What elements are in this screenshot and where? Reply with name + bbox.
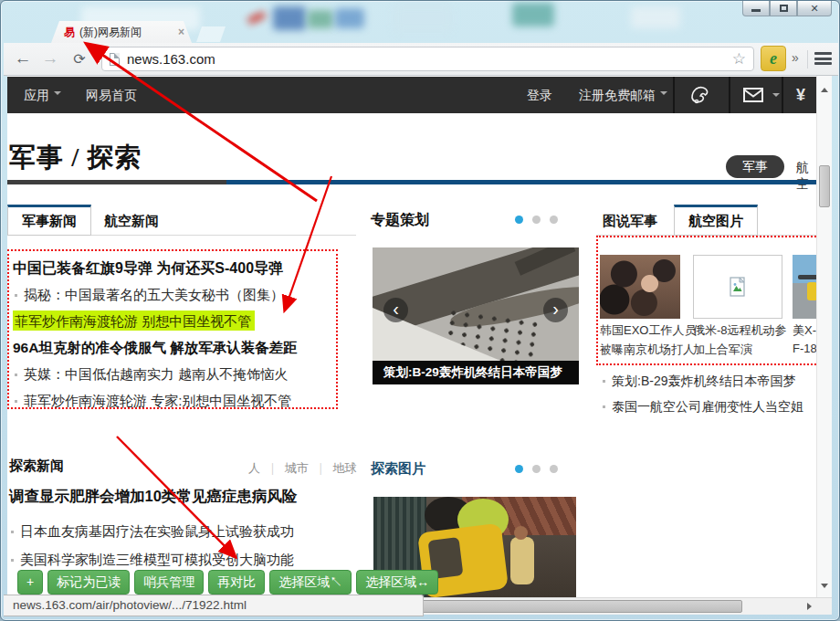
- filter-people[interactable]: 人: [248, 461, 260, 475]
- vertical-scrollbar[interactable]: [816, 76, 832, 597]
- bookmark-star-icon[interactable]: ☆: [732, 49, 746, 68]
- carousel-prev-icon[interactable]: ‹: [383, 298, 408, 322]
- page-viewport: 应用 网易首页 登录 注册免费邮箱: [7, 76, 832, 615]
- desktop-blur-blob: [273, 6, 306, 30]
- close-tab-icon[interactable]: ×: [178, 26, 184, 38]
- news-item[interactable]: 英媒：中国低估越南实力 越南从不掩饰恼火: [13, 361, 334, 387]
- maximize-icon: [780, 5, 788, 12]
- explore-item[interactable]: 美国科学家制造三维模型可模拟受创大脑功能: [9, 552, 294, 569]
- carousel-dot[interactable]: [550, 465, 558, 473]
- back-button[interactable]: ←: [11, 47, 35, 70]
- close-window-button[interactable]: ✕: [797, 1, 832, 16]
- caret-down-icon: [54, 91, 61, 99]
- forward-button[interactable]: →: [38, 47, 62, 70]
- tab-military-news[interactable]: 军事新闻: [7, 205, 91, 236]
- photo-shape: [798, 275, 816, 279]
- plus-button[interactable]: +: [17, 570, 43, 595]
- nav-separator: [673, 77, 675, 113]
- photo-shape: [510, 537, 534, 584]
- tab-underline: [91, 235, 356, 236]
- news-item[interactable]: 揭秘：中国最著名的五大美女秘书（图集）: [13, 281, 334, 308]
- filter-earth[interactable]: 地球: [332, 461, 356, 475]
- explore-item[interactable]: 日本血友病基因疗法在实验鼠身上试验获成功: [9, 523, 294, 541]
- aviation-pill-label[interactable]: 航空: [796, 160, 816, 193]
- yen-icon[interactable]: ¥: [796, 77, 805, 113]
- select-area-h-button[interactable]: 选择区域↔: [356, 570, 438, 595]
- nav-separator: [782, 77, 783, 113]
- address-bar[interactable]: news.163.com ☆: [101, 47, 754, 71]
- news-item[interactable]: 菲军炒作南海渡轮游 专家:别想中国坐视不管: [13, 387, 334, 414]
- explore-headline[interactable]: 调查显示肥胖会增加10类常见癌症患病风险: [9, 487, 297, 507]
- carousel-caption[interactable]: 策划:B-29轰炸机终结日本帝国梦: [373, 361, 579, 384]
- overflow-icon[interactable]: »: [792, 50, 799, 65]
- topics-carousel-image[interactable]: ‹ › 策划:B-29轰炸机终结日本帝国梦: [373, 247, 579, 384]
- news-item[interactable]: 中国已装备红旗9导弹 为何还买S-400导弹: [13, 255, 334, 281]
- netease-favicon-icon: 易: [64, 26, 75, 37]
- photo-caption[interactable]: 美X-4: [793, 322, 816, 339]
- maximize-button[interactable]: [770, 1, 797, 16]
- tab-aviation-news[interactable]: 航空新闻: [104, 213, 159, 230]
- broken-image-icon: [728, 276, 748, 298]
- explore-carousel-dots: [515, 465, 558, 473]
- tab-title: (新)网易新闻: [79, 25, 178, 40]
- carousel-dot[interactable]: [550, 216, 558, 224]
- recompare-button[interactable]: 再对比: [208, 570, 265, 595]
- scroll-down-icon[interactable]: [821, 584, 828, 592]
- extension-icon[interactable]: e: [761, 46, 786, 71]
- document-icon: [110, 53, 120, 66]
- news-item-highlighted[interactable]: 菲军炒作南海渡轮游 别想中国坐视不管: [13, 308, 334, 334]
- netease-logo-icon[interactable]: [689, 84, 713, 106]
- minimize-button[interactable]: [742, 1, 770, 16]
- carousel-dot-active[interactable]: [515, 465, 523, 473]
- caret-down-icon: [772, 93, 780, 100]
- header-divider-blue: [226, 180, 816, 184]
- browser-tab[interactable]: 易 (新)网易新闻 ×: [51, 21, 192, 43]
- sentry-manage-button[interactable]: 哨兵管理: [134, 570, 204, 595]
- explore-news-title: 探索新闻: [9, 458, 64, 475]
- refresh-button[interactable]: ⟳: [68, 47, 91, 70]
- mark-read-button[interactable]: 标记为已读: [47, 570, 130, 595]
- nav-register-menu[interactable]: 注册免费邮箱: [579, 77, 667, 113]
- select-area-nw-button[interactable]: 选择区域↖: [269, 570, 352, 595]
- highlight-span[interactable]: 菲军炒作南海渡轮游 别想中国坐视不管: [13, 310, 255, 331]
- caret-down-icon: [660, 91, 667, 99]
- photo-thumb-carrier[interactable]: [793, 255, 816, 319]
- tab-aviation-pictures[interactable]: 航空图片: [674, 205, 758, 236]
- site-navbar: 应用 网易首页 登录 注册免费邮箱: [7, 77, 816, 113]
- photo-thumb-broken[interactable]: [693, 255, 782, 319]
- tab-military-pictures[interactable]: 图说军事: [603, 213, 657, 230]
- carousel-dot[interactable]: [532, 465, 541, 473]
- filter-city[interactable]: 城市: [285, 461, 309, 475]
- photo-thumb-exo-crowd[interactable]: [600, 255, 680, 319]
- photo-caption[interactable]: 加上合军演: [693, 342, 752, 358]
- minimize-icon: [751, 9, 761, 12]
- photo-shape: [514, 526, 528, 540]
- explore-pics-title: 探索图片: [371, 460, 425, 478]
- carousel-dot-active[interactable]: [515, 216, 523, 224]
- carousel-dots: [515, 216, 558, 224]
- scroll-up-icon[interactable]: [821, 84, 828, 92]
- photo-caption[interactable]: 被曝南京机场打人: [600, 342, 695, 358]
- photo-caption[interactable]: 韩国EXO工作人员: [600, 322, 696, 339]
- vertical-scroll-thumb[interactable]: [819, 165, 830, 207]
- nav-login-link[interactable]: 登录: [527, 77, 552, 113]
- news-item[interactable]: 96A坦克射的准令俄服气 解放军承认装备差距: [13, 334, 334, 361]
- desktop-blur-blob: [308, 10, 333, 28]
- toolbar-separator: [807, 50, 808, 68]
- aviation-list-item[interactable]: 泰国一航空公司雇佣变性人当空姐: [601, 399, 803, 416]
- nav-apps-menu[interactable]: 应用: [24, 77, 61, 113]
- browser-window: ✕ 易 (新)网易新闻 × ← → ⟳ news.163.com ☆ e » 应…: [0, 0, 840, 621]
- carousel-next-icon[interactable]: ›: [543, 298, 568, 322]
- url-text[interactable]: news.163.com: [127, 51, 732, 67]
- menu-icon[interactable]: [814, 52, 832, 68]
- nav-home-link[interactable]: 网易首页: [86, 77, 137, 113]
- carousel-dot[interactable]: [532, 216, 541, 224]
- photo-caption[interactable]: F-18: [793, 342, 816, 355]
- photo-caption[interactable]: 俄米-8远程机动参: [693, 322, 787, 339]
- page-content: 应用 网易首页 登录 注册免费邮箱: [7, 76, 816, 597]
- military-pill-button[interactable]: 军事: [726, 155, 784, 178]
- explore-filters: 人｜城市｜地球: [248, 460, 356, 477]
- mail-icon[interactable]: [743, 88, 763, 124]
- scroll-right-icon[interactable]: [807, 603, 815, 610]
- aviation-list-item[interactable]: 策划:B-29轰炸机终结日本帝国梦: [601, 374, 795, 390]
